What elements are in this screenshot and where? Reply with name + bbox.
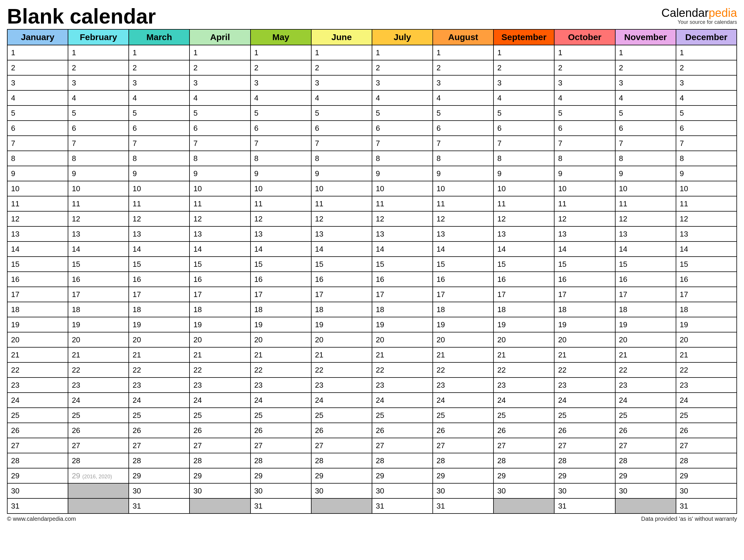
day-cell: 4 bbox=[129, 90, 189, 106]
day-row: 202020202020202020202020 bbox=[7, 332, 737, 347]
day-row: 31 31 31 3131 31 31 bbox=[7, 498, 737, 514]
day-cell: 18 bbox=[251, 302, 311, 317]
day-cell: 13 bbox=[493, 226, 554, 241]
day-cell: 23 bbox=[676, 377, 737, 393]
day-cell: 14 bbox=[676, 241, 737, 257]
day-cell: 4 bbox=[615, 90, 676, 106]
day-cell: 26 bbox=[311, 423, 372, 438]
day-cell: 10 bbox=[615, 181, 676, 196]
day-cell: 30 bbox=[189, 483, 250, 498]
day-cell: 22 bbox=[251, 362, 311, 377]
day-cell bbox=[493, 498, 554, 514]
day-cell: 5 bbox=[189, 106, 250, 121]
day-cell: 9 bbox=[68, 166, 129, 181]
day-cell: 27 bbox=[129, 438, 189, 453]
day-cell: 20 bbox=[615, 332, 676, 347]
day-cell: 21 bbox=[7, 347, 68, 362]
day-cell: 22 bbox=[676, 362, 737, 377]
day-cell: 1 bbox=[554, 45, 615, 60]
day-row: 121212121212121212121212 bbox=[7, 211, 737, 226]
day-cell: 10 bbox=[129, 181, 189, 196]
day-cell: 19 bbox=[554, 317, 615, 332]
day-cell: 12 bbox=[129, 211, 189, 226]
day-cell: 23 bbox=[372, 377, 433, 393]
day-cell: 17 bbox=[189, 287, 250, 302]
day-cell: 17 bbox=[554, 287, 615, 302]
day-cell: 4 bbox=[189, 90, 250, 106]
day-cell: 3 bbox=[676, 75, 737, 90]
brand-name: Calendarpedia bbox=[662, 7, 737, 18]
day-cell: 26 bbox=[68, 423, 129, 438]
day-cell: 23 bbox=[493, 377, 554, 393]
brand-part2: pedia bbox=[709, 6, 737, 19]
month-header-september: September bbox=[493, 29, 554, 45]
day-cell: 1 bbox=[615, 45, 676, 60]
day-cell: 28 bbox=[311, 453, 372, 468]
day-row: 999999999999 bbox=[7, 166, 737, 181]
day-cell: 9 bbox=[372, 166, 433, 181]
day-cell: 8 bbox=[68, 151, 129, 166]
day-cell: 8 bbox=[615, 151, 676, 166]
day-cell: 31 bbox=[251, 498, 311, 514]
day-cell: 25 bbox=[372, 408, 433, 423]
day-cell: 13 bbox=[311, 226, 372, 241]
day-cell: 28 bbox=[493, 453, 554, 468]
day-cell: 5 bbox=[129, 106, 189, 121]
day-cell: 3 bbox=[68, 75, 129, 90]
day-cell: 30 bbox=[676, 483, 737, 498]
day-cell: 9 bbox=[676, 166, 737, 181]
day-cell: 11 bbox=[68, 196, 129, 211]
day-cell: 15 bbox=[251, 257, 311, 272]
day-cell: 9 bbox=[7, 166, 68, 181]
day-cell: 27 bbox=[251, 438, 311, 453]
month-header-august: August bbox=[433, 29, 493, 45]
day-row: 191919191919191919191919 bbox=[7, 317, 737, 332]
day-cell: 29 bbox=[251, 468, 311, 483]
day-cell: 10 bbox=[311, 181, 372, 196]
day-cell: 24 bbox=[129, 393, 189, 408]
day-cell: 6 bbox=[554, 121, 615, 136]
day-cell: 16 bbox=[433, 272, 493, 287]
day-cell: 3 bbox=[615, 75, 676, 90]
day-cell: 2 bbox=[68, 60, 129, 75]
day-row: 171717171717171717171717 bbox=[7, 287, 737, 302]
day-cell: 21 bbox=[68, 347, 129, 362]
day-cell: 12 bbox=[372, 211, 433, 226]
day-cell: 6 bbox=[372, 121, 433, 136]
day-cell: 16 bbox=[372, 272, 433, 287]
day-row: 777777777777 bbox=[7, 136, 737, 151]
day-cell: 18 bbox=[676, 302, 737, 317]
day-cell: 21 bbox=[676, 347, 737, 362]
day-cell: 20 bbox=[68, 332, 129, 347]
day-row: 272727272727272727272727 bbox=[7, 438, 737, 453]
month-header-february: February bbox=[68, 29, 129, 45]
day-cell: 17 bbox=[615, 287, 676, 302]
day-cell: 12 bbox=[189, 211, 250, 226]
day-cell: 28 bbox=[676, 453, 737, 468]
day-cell: 23 bbox=[433, 377, 493, 393]
day-cell: 13 bbox=[251, 226, 311, 241]
day-cell: 5 bbox=[68, 106, 129, 121]
day-row: 161616161616161616161616 bbox=[7, 272, 737, 287]
day-cell: 30 bbox=[554, 483, 615, 498]
day-cell: 24 bbox=[251, 393, 311, 408]
day-cell: 15 bbox=[189, 257, 250, 272]
day-cell: 5 bbox=[554, 106, 615, 121]
day-cell: 22 bbox=[311, 362, 372, 377]
day-row: 232323232323232323232323 bbox=[7, 377, 737, 393]
day-cell: 13 bbox=[554, 226, 615, 241]
day-cell: 7 bbox=[433, 136, 493, 151]
day-cell: 26 bbox=[554, 423, 615, 438]
day-cell: 23 bbox=[251, 377, 311, 393]
day-cell: 29 bbox=[554, 468, 615, 483]
day-cell: 28 bbox=[251, 453, 311, 468]
day-cell: 23 bbox=[7, 377, 68, 393]
day-cell: 27 bbox=[189, 438, 250, 453]
day-cell: 4 bbox=[251, 90, 311, 106]
day-cell: 6 bbox=[676, 121, 737, 136]
day-cell: 16 bbox=[554, 272, 615, 287]
day-cell: 11 bbox=[311, 196, 372, 211]
day-cell: 24 bbox=[372, 393, 433, 408]
day-cell: 2 bbox=[251, 60, 311, 75]
day-cell: 20 bbox=[372, 332, 433, 347]
